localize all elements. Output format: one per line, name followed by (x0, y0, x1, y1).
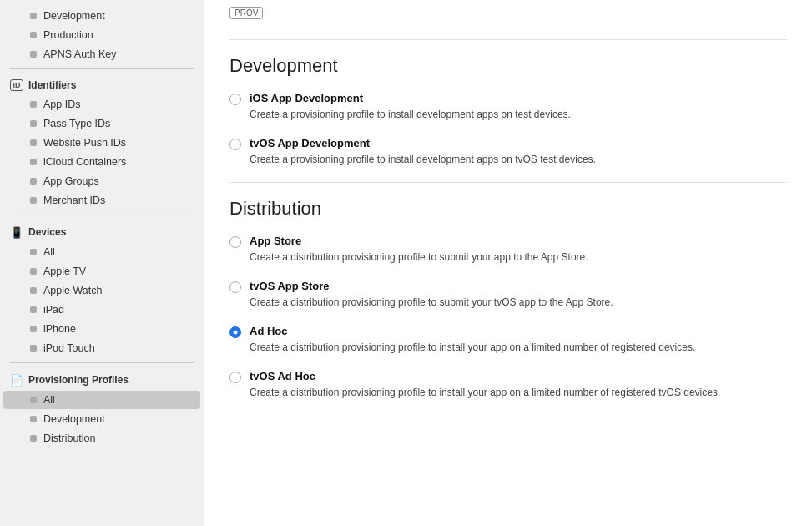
dot-icon (30, 101, 37, 108)
dot-icon (30, 326, 37, 332)
radio-tvos-app-dev[interactable] (229, 139, 241, 150)
dot-icon (30, 139, 37, 146)
dot-icon (30, 178, 37, 185)
dot-icon (30, 435, 37, 442)
dot-icon (30, 159, 37, 165)
sidebar-item-apple-watch[interactable]: Apple Watch (3, 281, 200, 300)
radio-app-store[interactable] (229, 236, 241, 248)
sidebar-item-merchant-ids[interactable]: Merchant IDs (3, 191, 200, 210)
option-label-tvos-ad-hoc: tvOS Ad Hoc (250, 370, 787, 382)
dot-icon (30, 268, 37, 275)
option-content-tvos-app-dev: tvOS App Development Create a provisioni… (250, 137, 787, 167)
dot-icon (30, 51, 37, 58)
dist-section-title: Distribution (229, 198, 787, 220)
sidebar-section-devices: 📱 Devices (0, 220, 204, 242)
dev-section-title: Development (229, 55, 787, 77)
option-row-tvos-ad-hoc: tvOS Ad Hoc Create a distribution provis… (229, 370, 787, 400)
sidebar-item-app-ids[interactable]: App IDs (3, 95, 200, 114)
prov-badge: PROV (229, 7, 263, 19)
dot-icon (30, 249, 37, 255)
option-label-ad-hoc: Ad Hoc (250, 325, 787, 337)
sidebar-item-development[interactable]: Development (3, 7, 200, 25)
dot-icon (30, 32, 37, 38)
sidebar-item-dist-profiles[interactable]: Distribution (3, 429, 200, 448)
option-desc-tvos-ad-hoc: Create a distribution provisioning profi… (250, 387, 720, 398)
option-content-app-store: App Store Create a distribution provisio… (250, 235, 787, 265)
sidebar-item-icloud-containers[interactable]: iCloud Containers (3, 153, 200, 171)
sidebar: Development Production APNS Auth Key ID … (0, 0, 204, 526)
dot-icon (30, 306, 37, 313)
dot-icon (30, 287, 37, 294)
sidebar-item-ipad[interactable]: iPad (3, 301, 200, 319)
dot-icon (30, 397, 37, 403)
device-icon: 📱 (10, 225, 23, 239)
radio-ios-app-dev[interactable] (229, 94, 241, 105)
option-desc-ad-hoc: Create a distribution provisioning profi… (250, 341, 695, 353)
main-content: PROV Development iOS App Development Cre… (204, 0, 812, 526)
sidebar-item-pass-type-ids[interactable]: Pass Type IDs (3, 114, 200, 133)
option-desc-app-store: Create a distribution provisioning profi… (250, 251, 588, 263)
option-row-ios-app-dev: iOS App Development Create a provisionin… (229, 92, 787, 122)
option-content-ios-app-dev: iOS App Development Create a provisionin… (250, 92, 787, 122)
option-label-app-store: App Store (250, 235, 787, 247)
sidebar-item-production[interactable]: Production (3, 26, 200, 44)
dev-section-divider (229, 39, 787, 40)
sidebar-item-app-groups[interactable]: App Groups (3, 172, 200, 190)
option-content-ad-hoc: Ad Hoc Create a distribution provisionin… (250, 325, 787, 355)
option-label-ios-app-dev: iOS App Development (250, 92, 787, 104)
radio-ad-hoc[interactable] (229, 326, 241, 338)
option-desc-tvos-app-dev: Create a provisioning profile to install… (250, 154, 596, 165)
sidebar-item-iphone[interactable]: iPhone (3, 320, 200, 338)
sidebar-divider-devices (10, 215, 194, 215)
sidebar-item-dev-profiles[interactable]: Development (3, 410, 200, 428)
profile-icon: 📄 (10, 373, 23, 387)
dot-icon (30, 416, 37, 422)
sidebar-item-all-profiles[interactable]: All (3, 391, 200, 409)
option-row-ad-hoc: Ad Hoc Create a distribution provisionin… (229, 325, 787, 355)
option-row-app-store: App Store Create a distribution provisio… (229, 235, 787, 265)
option-desc-ios-app-dev: Create a provisioning profile to install… (250, 109, 571, 120)
option-label-tvos-app-dev: tvOS App Development (250, 137, 787, 149)
option-content-tvos-ad-hoc: tvOS Ad Hoc Create a distribution provis… (250, 370, 787, 400)
id-icon: ID (10, 79, 23, 91)
sidebar-item-all-devices[interactable]: All (3, 243, 200, 261)
option-label-tvos-app-store: tvOS App Store (250, 280, 787, 292)
dot-icon (30, 197, 37, 204)
dist-section-divider (229, 182, 787, 183)
sidebar-item-apns-auth-key[interactable]: APNS Auth Key (3, 45, 200, 63)
dot-icon (30, 345, 37, 352)
radio-tvos-app-store[interactable] (229, 281, 241, 293)
option-content-tvos-app-store: tvOS App Store Create a distribution pro… (250, 280, 787, 310)
option-row-tvos-app-dev: tvOS App Development Create a provisioni… (229, 137, 787, 167)
dot-icon (30, 120, 37, 127)
sidebar-item-apple-tv[interactable]: Apple TV (3, 262, 200, 281)
option-row-tvos-app-store: tvOS App Store Create a distribution pro… (229, 280, 787, 310)
option-desc-tvos-app-store: Create a distribution provisioning profi… (250, 296, 613, 308)
sidebar-item-website-push-ids[interactable]: Website Push IDs (3, 134, 200, 152)
sidebar-divider (10, 68, 194, 69)
dot-icon (30, 13, 37, 19)
sidebar-divider-profiles (10, 362, 194, 363)
sidebar-section-provisioning-profiles: 📄 Provisioning Profiles (0, 368, 204, 390)
sidebar-section-identifiers: ID Identifiers (0, 74, 204, 94)
radio-tvos-ad-hoc[interactable] (229, 372, 241, 383)
sidebar-item-ipod-touch[interactable]: iPod Touch (3, 339, 200, 357)
